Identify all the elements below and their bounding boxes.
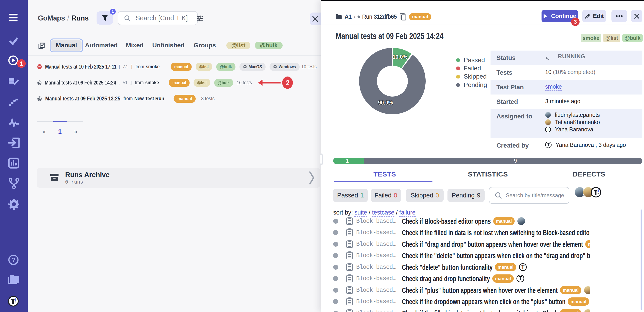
svg-text:?: ? <box>12 256 15 263</box>
